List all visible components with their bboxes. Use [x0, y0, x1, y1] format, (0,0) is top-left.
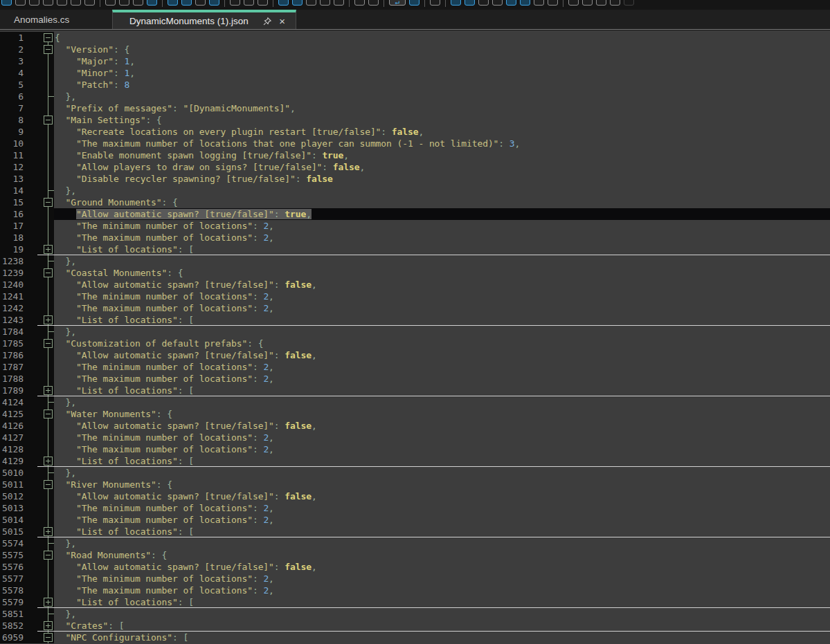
toolbar-macro-record-icon[interactable] — [478, 0, 489, 6]
code-line[interactable]: 5575 "Road Monuments": { — [0, 549, 830, 561]
code-line[interactable]: 1786 "Allow automatic spawn? [true/false… — [0, 349, 830, 361]
toolbar-open-file-icon[interactable] — [15, 0, 26, 6]
code-line[interactable]: 5012 "Allow automatic spawn? [true/false… — [0, 490, 830, 502]
toolbar-print-icon[interactable] — [84, 0, 95, 6]
fold-collapse-icon[interactable] — [44, 198, 53, 207]
code-text[interactable]: "Allow automatic spawn? [true/false]": t… — [54, 208, 830, 220]
code-line[interactable]: 1787 "The minimum number of locations": … — [0, 361, 830, 373]
code-text[interactable]: "Minor": 1, — [54, 67, 830, 79]
code-line[interactable]: 4 "Minor": 1, — [0, 67, 830, 79]
code-text[interactable]: "Major": 1, — [54, 55, 830, 67]
code-text[interactable]: "The maximum number of locations that on… — [54, 138, 830, 149]
code-line[interactable]: 5013 "The minimum number of locations": … — [0, 502, 830, 514]
code-text[interactable]: "Recreate locations on every plugin rest… — [54, 126, 830, 138]
code-text[interactable]: "The minimum number of locations": 2, — [54, 502, 830, 514]
fold-expand-icon[interactable] — [44, 315, 53, 324]
code-line[interactable]: 1239 "Coastal Monuments": { — [0, 267, 830, 279]
toolbar-mark-icon[interactable] — [244, 0, 254, 6]
code-line[interactable]: 1784 }, — [0, 326, 830, 338]
fold-collapse-icon[interactable] — [44, 410, 53, 418]
toolbar-macro-play-icon[interactable] — [451, 0, 461, 6]
code-line[interactable]: 5852 "Crates": [ — [0, 620, 830, 632]
pin-icon[interactable] — [262, 16, 273, 26]
code-text[interactable]: "The maximum number of locations": 2, — [54, 373, 830, 385]
code-line[interactable]: 5574 }, — [0, 537, 830, 549]
toolbar-record-start-icon[interactable] — [568, 0, 579, 6]
code-line[interactable]: 11 "Enable monument spawn logging [true/… — [0, 149, 830, 161]
toolbar-bracket-open-icon[interactable] — [534, 0, 544, 6]
code-line[interactable]: 1243 "List of locations": [ — [0, 314, 830, 326]
code-text[interactable]: "List of locations": [ — [54, 455, 830, 467]
code-line[interactable]: 1241 "The minimum number of locations": … — [0, 291, 830, 302]
code-line[interactable]: 16 "Allow automatic spawn? [true/false]"… — [0, 208, 830, 220]
code-line[interactable]: 5577 "The minimum number of locations": … — [0, 573, 830, 585]
code-line[interactable]: 2 "Version": { — [0, 44, 830, 55]
code-text[interactable]: }, — [54, 608, 830, 620]
code-text[interactable]: "Road Monuments": { — [54, 549, 830, 561]
toolbar-new-file-icon[interactable] — [1, 0, 12, 6]
code-text[interactable]: "Patch": 8 — [54, 79, 830, 91]
code-line[interactable]: 6959 "NPC Configurations": [ — [0, 632, 830, 643]
code-text[interactable]: "Allow automatic spawn? [true/false]": f… — [54, 561, 830, 573]
fold-expand-icon[interactable] — [44, 245, 53, 254]
code-line[interactable]: 1238 }, — [0, 255, 830, 267]
code-line[interactable]: 17 "The minimum number of locations": 2, — [0, 220, 830, 232]
toolbar-show-all-characters-icon[interactable] — [409, 0, 419, 6]
code-line[interactable]: 5010 }, — [0, 467, 830, 479]
code-line[interactable]: 4128 "The maximum number of locations": … — [0, 443, 830, 455]
toolbar-word-wrap-icon[interactable]: ↵ — [389, 0, 406, 6]
toolbar-restore-zoom-icon[interactable] — [306, 0, 316, 6]
code-text[interactable]: "Ground Monuments": { — [54, 196, 830, 208]
code-line[interactable]: 19 "List of locations": [ — [0, 243, 830, 255]
toolbar-zoom-in-icon[interactable] — [278, 0, 289, 6]
code-line[interactable]: 10 "The maximum number of locations that… — [0, 138, 830, 149]
code-line[interactable]: 5015 "List of locations": [ — [0, 526, 830, 537]
code-text[interactable]: "The maximum number of locations": 2, — [54, 302, 830, 314]
toolbar-undo-icon[interactable] — [168, 0, 178, 6]
code-text[interactable]: "The minimum number of locations": 2, — [54, 432, 830, 443]
code-text[interactable]: "Enable monument spawn logging [true/fal… — [54, 149, 830, 161]
code-text[interactable]: "Allow automatic spawn? [true/false]": f… — [54, 349, 830, 361]
code-text[interactable]: "The maximum number of locations": 2, — [54, 585, 830, 596]
code-line[interactable]: 4125 "Water Monuments": { — [0, 408, 830, 420]
code-text[interactable]: "The minimum number of locations": 2, — [54, 291, 830, 302]
fold-collapse-icon[interactable] — [44, 116, 53, 125]
toolbar-copy-icon[interactable] — [119, 0, 129, 6]
toolbar-find-icon[interactable] — [195, 0, 206, 6]
toolbar-replace-icon[interactable] — [230, 0, 240, 6]
close-icon[interactable]: × — [277, 16, 287, 26]
toolbar-bracket-close-icon[interactable] — [548, 0, 558, 6]
fold-collapse-icon[interactable] — [44, 633, 53, 642]
fold-collapse-icon[interactable] — [44, 268, 53, 277]
code-line[interactable]: 1788 "The maximum number of locations": … — [0, 373, 830, 385]
code-text[interactable]: }, — [54, 185, 830, 196]
code-text[interactable]: "Version": { — [54, 44, 830, 55]
toolbar-function-list-icon[interactable] — [368, 0, 379, 6]
toolbar-sync-vertical-icon[interactable] — [320, 0, 330, 6]
code-text[interactable]: "Allow automatic spawn? [true/false]": f… — [54, 490, 830, 502]
toolbar-document-map-icon[interactable] — [354, 0, 365, 6]
code-text[interactable]: "Water Monuments": { — [54, 408, 830, 420]
code-text[interactable]: "List of locations": [ — [54, 243, 830, 255]
code-editor[interactable]: 1{2 "Version": {3 "Major": 1,4 "Minor": … — [0, 30, 830, 644]
toolbar-macro-save-icon[interactable] — [506, 0, 516, 6]
code-text[interactable]: "List of locations": [ — [54, 596, 830, 608]
toolbar-sync-horizontal-icon[interactable] — [334, 0, 344, 6]
code-text[interactable]: "Main Settings": { — [54, 114, 830, 126]
code-line[interactable]: 15 "Ground Monuments": { — [0, 196, 830, 208]
code-text[interactable]: "Allow automatic spawn? [true/false]": f… — [54, 279, 830, 291]
code-line[interactable]: 7 "Prefix of messages": "[DynamicMonumen… — [0, 102, 830, 114]
code-line[interactable]: 18 "The maximum number of locations": 2, — [0, 232, 830, 243]
code-text[interactable]: "The minimum number of locations": 2, — [54, 220, 830, 232]
code-line[interactable]: 1785 "Customization of default prefabs":… — [0, 338, 830, 349]
fold-collapse-icon[interactable] — [44, 33, 53, 42]
code-line[interactable]: 1{ — [0, 32, 830, 44]
code-text[interactable]: "River Monuments": { — [54, 479, 830, 490]
toolbar-save-all-icon[interactable] — [43, 0, 53, 6]
code-line[interactable]: 1789 "List of locations": [ — [0, 385, 830, 396]
code-line[interactable]: 4126 "Allow automatic spawn? [true/false… — [0, 420, 830, 432]
toolbar-document-disabled-icon[interactable] — [624, 0, 634, 6]
code-line[interactable]: 5 "Patch": 8 — [0, 79, 830, 91]
toolbar-paste-icon[interactable] — [133, 0, 143, 6]
fold-collapse-icon[interactable] — [44, 551, 53, 560]
